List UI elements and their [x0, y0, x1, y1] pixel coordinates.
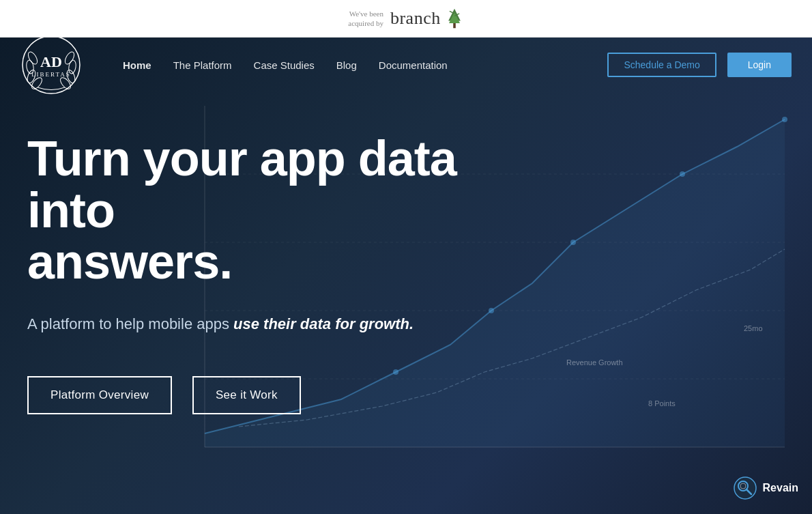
- navbar: AD LIBERTAS Home The Platform Case Studi…: [0, 38, 812, 92]
- nav-platform[interactable]: The Platform: [173, 59, 232, 71]
- hero-buttons: Platform Overview See it Work: [27, 376, 785, 414]
- platform-overview-button[interactable]: Platform Overview: [27, 376, 172, 414]
- branch-name: branch: [390, 8, 441, 29]
- acquired-text: We've been acquired by: [348, 9, 383, 29]
- nav-documentation[interactable]: Documentation: [379, 59, 448, 71]
- login-button[interactable]: Login: [727, 53, 792, 77]
- nav-blog[interactable]: Blog: [336, 59, 357, 71]
- revain-icon: [733, 476, 757, 500]
- headline-line1: Turn your app data into: [27, 131, 456, 238]
- branch-tree-icon: [445, 8, 464, 29]
- branch-logo: branch: [390, 8, 464, 29]
- hero-headline: Turn your app data into answers.: [27, 133, 505, 288]
- nav-links: Home The Platform Case Studies Blog Docu…: [123, 59, 607, 71]
- acquisition-banner: We've been acquired by branch: [0, 0, 812, 38]
- subtext-normal: A platform to help mobile apps: [27, 315, 233, 332]
- revain-badge[interactable]: Revain: [733, 476, 798, 500]
- svg-text:AD: AD: [40, 53, 62, 70]
- headline-line2: answers.: [27, 234, 232, 289]
- hero-subtext: A platform to help mobile apps use their…: [27, 313, 423, 335]
- subtext-bold: use their data for growth.: [233, 315, 414, 332]
- hero-section: Revenue Growth 25mo 8 Points: [0, 38, 812, 514]
- nav-case-studies[interactable]: Case Studies: [254, 59, 315, 71]
- nav-home[interactable]: Home: [123, 59, 151, 71]
- revain-label: Revain: [763, 482, 798, 494]
- svg-text:LIBERTAS: LIBERTAS: [31, 71, 71, 78]
- schedule-demo-button[interactable]: Schedule a Demo: [607, 53, 716, 77]
- see-it-work-button[interactable]: See it Work: [192, 376, 301, 414]
- ad-libertas-logo: AD LIBERTAS: [20, 38, 82, 96]
- hero-content: Turn your app data into answers. A platf…: [0, 92, 812, 414]
